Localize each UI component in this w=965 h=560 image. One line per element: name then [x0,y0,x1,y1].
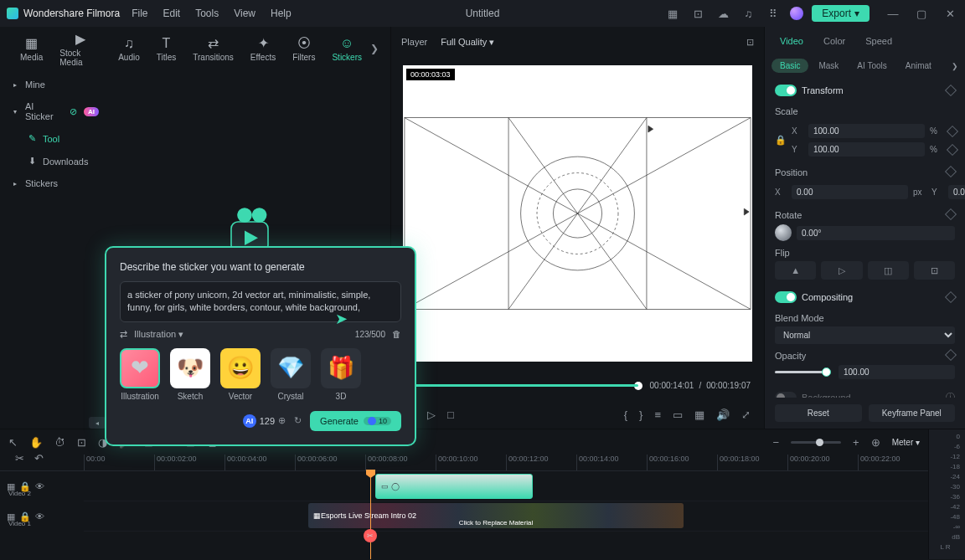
track-lane-2[interactable]: ▭ ◯ [84,471,928,501]
tab-titles[interactable]: TTitles [148,36,185,62]
maximize-icon[interactable]: ▢ [913,5,930,22]
ai-prompt-input[interactable]: a sticker of pony unicorn, 2d vector art… [120,281,401,322]
grid-icon[interactable]: ▦ [694,408,704,421]
mark-in-icon[interactable]: { [624,408,627,421]
scrub-bar[interactable] [405,384,638,387]
pos-y-input[interactable] [948,185,965,199]
insp-tab-speed[interactable]: Speed [855,36,902,46]
export-button[interactable]: Export▾ [812,5,870,22]
rotate-input[interactable] [797,226,955,240]
crop-tool-icon[interactable]: ⊡ [77,436,86,449]
menu-help[interactable]: Help [271,8,292,19]
tab-media[interactable]: ▦Media [12,35,51,62]
sidebar-stickers[interactable]: ▸Stickers [0,172,112,194]
refresh-icon[interactable]: ↻ [294,415,302,426]
shuffle-icon[interactable]: ⇄ [120,329,127,340]
quality-dropdown[interactable]: Full Quality ▾ [441,37,494,48]
menu-view[interactable]: View [234,8,255,19]
zoom-out-icon[interactable]: − [772,436,779,449]
pos-x-input[interactable] [792,185,908,199]
style-sketch[interactable]: 🐶Sketch [170,348,210,401]
menu-file[interactable]: File [132,8,147,19]
snapshot-icon[interactable]: ⊡ [746,37,754,48]
tab-effects[interactable]: ✦Effects [242,35,284,62]
user-avatar[interactable] [790,7,803,20]
close-icon[interactable]: ✕ [942,5,958,22]
info-icon[interactable]: ⓘ [946,391,955,398]
volume-icon[interactable]: 🔊 [716,408,730,421]
zoom-fit-icon[interactable]: ⊕ [871,436,880,449]
keyframe-icon[interactable] [947,125,958,136]
sidebar-mine[interactable]: ▸Mine [0,74,112,95]
style-vector[interactable]: 😀Vector [220,348,261,401]
insp-tab-color[interactable]: Color [813,36,855,46]
keyframe-panel-button[interactable]: Keyframe Panel [869,404,956,422]
track-lane-1[interactable]: ▦ Esports Live Stream Intro 02 Click to … [84,501,928,532]
preview-canvas[interactable]: 00:00:03:03 [403,65,752,362]
hand-tool-icon[interactable]: ✋ [29,436,43,449]
tl-cut-icon[interactable]: ✂ [15,452,24,465]
opacity-slider[interactable] [775,371,827,373]
subtab-basic[interactable]: Basic [771,59,808,73]
keyframe-icon[interactable] [945,291,957,303]
tab-stickers[interactable]: ☺Stickers [323,36,370,62]
tab-audio[interactable]: ♫Audio [110,36,148,62]
clip-video-2[interactable]: ▭ ◯ [375,474,533,499]
pointer-tool-icon[interactable]: ↖ [8,436,18,449]
scale-y-input[interactable] [808,142,925,157]
tab-transitions[interactable]: ⇄Transitions [184,35,242,62]
sidebar-downloads[interactable]: ⬇ Downloads [0,150,112,172]
tab-filters[interactable]: ⦿Filters [284,36,323,62]
sidebar-tool[interactable]: ✎ Tool [0,127,112,150]
rotate-knob[interactable] [775,224,792,241]
background-toggle[interactable] [775,392,797,398]
scale-x-input[interactable] [808,124,925,138]
subtab-mask[interactable]: Mask [810,59,847,73]
clip-video-1[interactable]: ▦ Esports Live Stream Intro 02 Click to … [308,503,684,528]
flip-3-button[interactable]: ◫ [868,261,909,280]
mark-out-icon[interactable]: } [639,408,642,421]
fullscreen-icon[interactable]: ⤢ [741,408,751,421]
style-3d[interactable]: 🎁3D [321,348,361,401]
screen-icon[interactable]: ⊡ [689,5,706,22]
settings-icon[interactable]: ≡ [654,408,661,421]
opacity-input[interactable] [839,365,955,379]
keyframe-icon[interactable] [947,143,958,155]
zoom-slider[interactable] [791,441,841,444]
layout-icon[interactable]: ▦ [664,5,681,22]
stop-button[interactable]: □ [447,408,454,421]
playhead[interactable]: ✂ [370,471,371,559]
trash-icon[interactable]: 🗑 [392,329,401,339]
apps-icon[interactable]: ⠿ [765,5,782,22]
style-illustration[interactable]: ❤Illustration [120,348,160,401]
subtab-next-icon[interactable]: ❯ [952,62,958,70]
minimize-icon[interactable]: ― [885,5,901,22]
transform-toggle[interactable] [775,85,797,96]
style-crystal[interactable]: 💎Crystal [271,348,311,401]
tl-undo-icon[interactable]: ↶ [34,452,44,465]
generate-button[interactable]: Generate 10 [310,411,401,431]
flip-v-button[interactable]: ▷ [821,261,862,280]
reset-button[interactable]: Reset [775,404,862,422]
headphone-icon[interactable]: ♫ [740,5,756,22]
collapse-sidebar-icon[interactable]: ◂ [89,417,106,429]
sidebar-ai-sticker[interactable]: ▾AI Sticker ⊘ AI [0,95,112,127]
keyframe-icon[interactable] [945,85,957,96]
insp-tab-video[interactable]: Video [770,36,813,46]
lock-icon[interactable]: 🔒 [775,135,787,146]
tabs-next-icon[interactable]: ❯ [370,43,379,54]
style-dropdown[interactable]: Illustration ▾ [134,329,183,340]
flip-4-button[interactable]: ⊡ [914,261,955,280]
keyframe-icon[interactable] [945,349,957,361]
compositing-toggle[interactable] [775,291,797,303]
cloud-icon[interactable]: ☁ [715,5,731,22]
tab-stock-media[interactable]: ▶Stock Media [51,31,110,67]
blend-dropdown[interactable]: Normal [775,326,955,344]
speed-tool-icon[interactable]: ⏱ [54,436,65,449]
meter-dropdown[interactable]: Meter ▾ [892,438,920,447]
menu-tools[interactable]: Tools [195,8,219,19]
subtab-animation[interactable]: Animat [897,59,940,73]
play-button[interactable]: ▷ [427,408,436,421]
add-tokens-icon[interactable]: ⊕ [278,415,286,426]
subtab-ai-tools[interactable]: AI Tools [849,59,895,73]
